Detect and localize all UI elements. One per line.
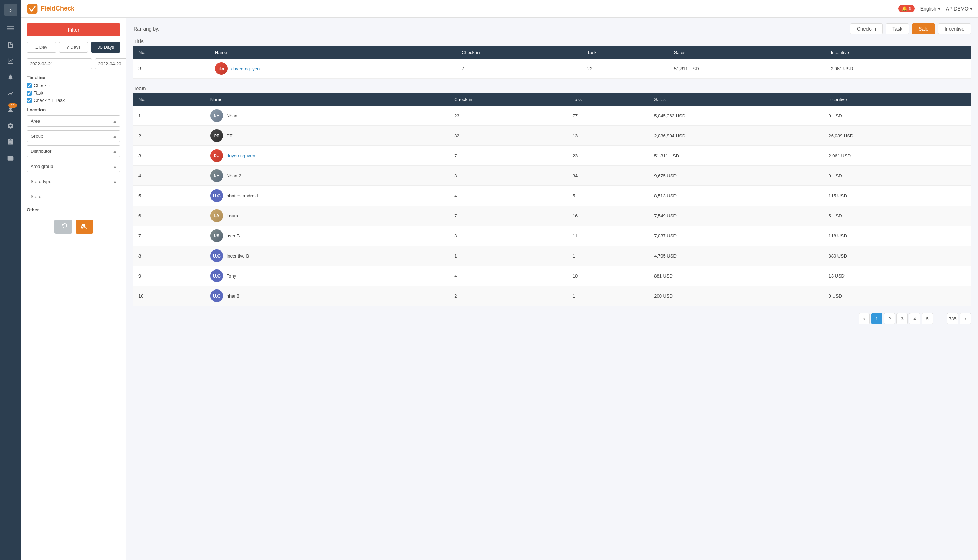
- sidebar-item-tasks[interactable]: [3, 135, 18, 149]
- action-buttons: [27, 220, 120, 233]
- svg-rect-0: [7, 27, 14, 27]
- store-type-select-wrapper: Store type ▲: [27, 176, 120, 187]
- row-task: 11: [568, 226, 649, 246]
- this-col-checkin: Check-in: [457, 47, 582, 59]
- sidebar-item-menu[interactable]: [3, 22, 18, 36]
- checkin-label: Checkin: [34, 83, 50, 88]
- other-label: Other: [27, 207, 120, 213]
- this-section-table: No. Name Check-in Task Sales Incentive 3: [133, 47, 971, 79]
- rank-incentive-button[interactable]: Incentive: [938, 23, 971, 35]
- pagination-page-5[interactable]: 5: [922, 313, 933, 324]
- avatar: LA: [210, 209, 223, 222]
- user-name: phattestandroid: [227, 193, 258, 198]
- day-7-button[interactable]: 7 Days: [59, 42, 88, 53]
- avatar: NH: [210, 109, 223, 122]
- user-name: Nhan 2: [227, 173, 242, 178]
- row-no: 8: [133, 246, 205, 266]
- area-select-wrapper: Area ▲: [27, 115, 120, 127]
- team-col-checkin: Check-in: [449, 93, 568, 106]
- checkin-task-checkbox[interactable]: [27, 98, 32, 103]
- day-1-button[interactable]: 1 Day: [27, 42, 56, 53]
- group-select-wrapper: Group ▲: [27, 130, 120, 142]
- header: FieldCheck 🔔 1 English ▾ AP DEMO ▾: [21, 0, 978, 18]
- distributor-select[interactable]: Distributor: [27, 145, 120, 157]
- pagination-prev[interactable]: ‹: [858, 313, 870, 324]
- sidebar-item-reports[interactable]: [3, 38, 18, 52]
- pagination-page-4[interactable]: 4: [909, 313, 920, 324]
- timeline-label: Timeline: [27, 75, 120, 80]
- row-checkin: 3: [449, 226, 568, 246]
- row-sales: 4,705 USD: [649, 246, 823, 266]
- reset-button[interactable]: [55, 220, 72, 233]
- sidebar-item-analytics[interactable]: [3, 54, 18, 68]
- row-checkin: 4: [449, 186, 568, 206]
- sidebar-item-users[interactable]: [3, 103, 18, 117]
- filter-panel: Filter 1 Day 7 Days 30 Days Timeline Che…: [21, 18, 127, 560]
- date-from-input[interactable]: [27, 58, 92, 69]
- row-incentive: 26,039 USD: [823, 126, 971, 146]
- language-selector[interactable]: English ▾: [920, 6, 940, 12]
- user-link[interactable]: duyen.nguyen: [227, 153, 255, 158]
- pagination-next[interactable]: ›: [960, 313, 971, 324]
- checkin-checkbox-row: Checkin: [27, 83, 120, 88]
- row-sales: 7,037 USD: [649, 226, 823, 246]
- chevron-down-icon: ▾: [938, 6, 940, 12]
- search-button[interactable]: [75, 220, 93, 233]
- row-no: 2: [133, 126, 205, 146]
- sidebar-item-files[interactable]: [3, 151, 18, 165]
- group-select[interactable]: Group: [27, 130, 120, 142]
- rank-sale-button[interactable]: Sale: [912, 23, 935, 35]
- pagination-last[interactable]: 785: [947, 313, 958, 324]
- user-menu[interactable]: AP DEMO ▾: [946, 6, 972, 12]
- this-col-sales: Sales: [669, 47, 826, 59]
- pagination-page-3[interactable]: 3: [896, 313, 908, 324]
- table-row: 10 U.Cnhan8 2 1 200 USD 0 USD: [133, 286, 971, 306]
- alert-count: 1: [909, 6, 911, 11]
- pagination-page-2[interactable]: 2: [884, 313, 895, 324]
- date-to-input[interactable]: [95, 58, 127, 69]
- row-checkin: 7: [449, 206, 568, 226]
- area-group-select[interactable]: Area group: [27, 160, 120, 172]
- checkin-checkbox[interactable]: [27, 83, 32, 88]
- filter-button[interactable]: Filter: [27, 23, 120, 36]
- sidebar-item-notifications[interactable]: [3, 70, 18, 84]
- team-col-no: No.: [133, 93, 205, 106]
- store-type-select[interactable]: Store type: [27, 176, 120, 187]
- sidebar-toggle-button[interactable]: ›: [4, 3, 17, 16]
- row-name: U.CIncentive B: [205, 246, 450, 266]
- this-col-name: Name: [210, 47, 457, 59]
- table-row: 2 PTPT 32 13 2,086,804 USD 26,039 USD: [133, 126, 971, 146]
- row-sales: 5,045,062 USD: [649, 106, 823, 126]
- rank-checkin-button[interactable]: Check-in: [850, 23, 883, 35]
- rank-task-button[interactable]: Task: [886, 23, 909, 35]
- svg-rect-1: [7, 28, 14, 29]
- row-name: PTPT: [205, 126, 450, 146]
- row-no: 1: [133, 106, 205, 126]
- area-select[interactable]: Area: [27, 115, 120, 127]
- user-name: Nhan: [227, 113, 237, 118]
- row-task: 5: [568, 186, 649, 206]
- sidebar-item-settings[interactable]: [3, 119, 18, 133]
- chevron-down-icon: ▾: [970, 6, 972, 12]
- row-incentive: 118 USD: [823, 226, 971, 246]
- user-name: Laura: [227, 213, 238, 218]
- avatar: DU: [210, 149, 223, 162]
- row-task: 1: [568, 286, 649, 306]
- row-sales: 51,811 USD: [669, 59, 826, 79]
- row-task: 13: [568, 126, 649, 146]
- other-section: Other: [27, 207, 120, 213]
- avatar: U.C: [210, 250, 223, 262]
- row-no: 3: [133, 59, 210, 79]
- row-checkin: 7: [457, 59, 582, 79]
- alert-badge[interactable]: 🔔 1: [898, 5, 915, 12]
- day-30-button[interactable]: 30 Days: [91, 42, 120, 53]
- this-col-no: No.: [133, 47, 210, 59]
- row-no: 7: [133, 226, 205, 246]
- sidebar-item-trends[interactable]: [3, 87, 18, 100]
- store-input[interactable]: [27, 191, 120, 202]
- pagination-page-1[interactable]: 1: [871, 313, 883, 324]
- avatar: U.C: [210, 270, 223, 282]
- row-name: USuser B: [205, 226, 450, 246]
- user-link[interactable]: duyen.nguyen: [231, 66, 260, 71]
- task-checkbox[interactable]: [27, 91, 32, 95]
